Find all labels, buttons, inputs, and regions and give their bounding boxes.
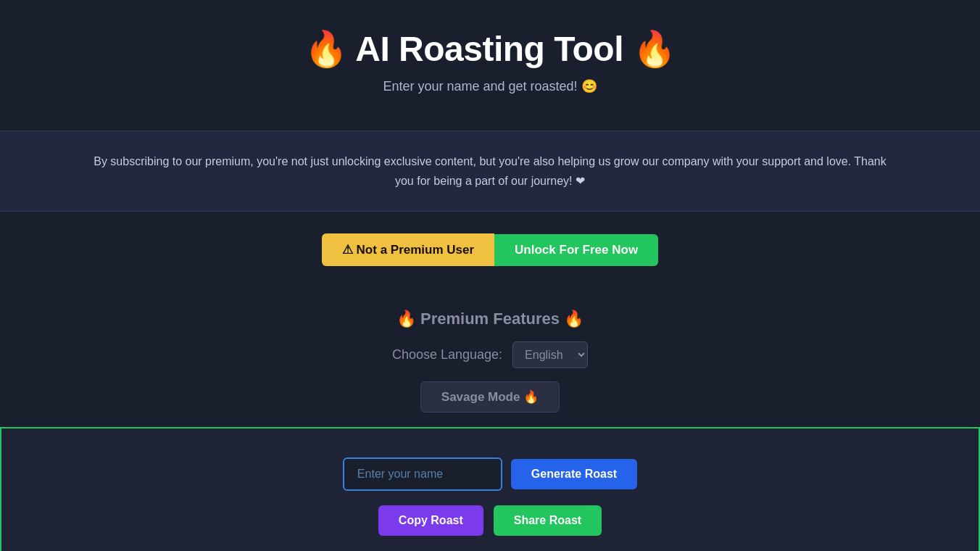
copy-roast-button[interactable]: Copy Roast (378, 505, 483, 536)
language-label: Choose Language: (392, 347, 502, 362)
roast-input-row: Generate Roast (16, 457, 964, 491)
name-input[interactable] (343, 457, 502, 491)
main-title: 🔥 AI Roasting Tool 🔥 (14, 29, 966, 70)
status-buttons-group: ⚠ Not a Premium User Unlock For Free Now (14, 233, 966, 266)
generate-roast-button[interactable]: Generate Roast (511, 459, 637, 489)
language-row: Choose Language: English Spanish French … (14, 341, 966, 368)
banner-text: By subscribing to our premium, you're no… (91, 152, 889, 191)
premium-features-section: 🔥 Premium Features 🔥 Choose Language: En… (0, 302, 980, 427)
header-section: 🔥 AI Roasting Tool 🔥 Enter your name and… (0, 0, 980, 130)
premium-features-title: 🔥 Premium Features 🔥 (14, 310, 966, 328)
status-section: ⚠ Not a Premium User Unlock For Free Now (0, 212, 980, 302)
roast-section: Generate Roast Copy Roast Share Roast (0, 427, 980, 551)
share-roast-button[interactable]: Share Roast (494, 505, 602, 536)
unlock-button[interactable]: Unlock For Free Now (494, 234, 658, 266)
action-buttons-row: Copy Roast Share Roast (16, 505, 964, 536)
subtitle: Enter your name and get roasted! 😊 (14, 78, 966, 94)
not-premium-button[interactable]: ⚠ Not a Premium User (322, 233, 494, 266)
banner-section: By subscribing to our premium, you're no… (0, 130, 980, 212)
language-select[interactable]: English Spanish French German (512, 341, 588, 368)
savage-mode-button[interactable]: Savage Mode 🔥 (420, 381, 560, 413)
